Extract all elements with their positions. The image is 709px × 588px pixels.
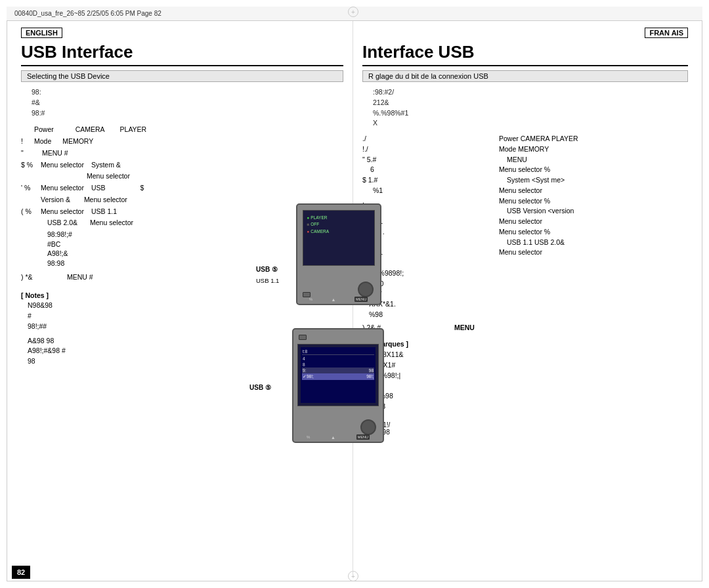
step-power: Power CAMERA PLAYER bbox=[34, 125, 343, 135]
fr-bottom-text: 2%98!;1!/ %&*9898 bbox=[362, 421, 688, 436]
cam1-ctrl-up: ▲ bbox=[332, 297, 336, 302]
body-line-3: 98:# bbox=[32, 108, 343, 119]
fr-r-usb-opts: USB 1.1 USB 2.0& bbox=[507, 238, 688, 248]
fr-notes-body: 2%98X11& *982X1# A#2%98!;| & 1&.%98 %*98 bbox=[369, 350, 688, 412]
step-menu: MENU # bbox=[34, 148, 343, 159]
right-column: FRAN AIS Interface USB R glage du d bit … bbox=[353, 21, 697, 576]
fr-cols: ./ !./ " 5.# 6 $ 1.# %1 . ' 1.# %1 USB> … bbox=[362, 134, 688, 320]
fr-note-1: 2%98X11& bbox=[369, 350, 688, 360]
dollar-sym: $ bbox=[140, 184, 144, 192]
fr-note-4: & bbox=[369, 381, 688, 391]
cam2-item-8: 8 bbox=[302, 362, 374, 368]
step-sys: Menu selector System & bbox=[41, 160, 343, 171]
fr-note-5: 1&.%98 bbox=[369, 391, 688, 402]
menu-sel-4: Menu selector bbox=[41, 207, 84, 215]
cam1-usb-label: USB ⑤ bbox=[256, 266, 278, 273]
fr-step-1: !./ bbox=[362, 144, 494, 155]
fr-step-2: " 5.# bbox=[362, 155, 494, 165]
cam1-off: ■ OFF bbox=[307, 221, 330, 228]
cam1-ctrl-pct: % bbox=[309, 297, 312, 301]
fr-r-sys: Menu selector % bbox=[499, 165, 688, 175]
camera-label: CAMERA bbox=[75, 125, 105, 133]
cam2-ctrl-up: ▲ bbox=[331, 435, 335, 440]
camera-1-screen: ● PLAYER ■ OFF ● CAMERA bbox=[303, 210, 375, 266]
cam1-player: ● PLAYER bbox=[307, 215, 330, 221]
lang-badge-french: FRAN AIS bbox=[645, 28, 688, 38]
sys-amp: System & bbox=[91, 161, 121, 169]
usb-step-label: USB bbox=[91, 184, 106, 192]
menu-hash: MENU # bbox=[42, 149, 68, 157]
body-text-french: :98:#2/ 212& %.%98%#1 X bbox=[362, 87, 688, 129]
cam2-controls: % ▲ MENU bbox=[293, 434, 383, 440]
body-line-1: 98: bbox=[32, 87, 343, 98]
camera-2-lens bbox=[360, 419, 376, 435]
step-row-sys2: Menu selector bbox=[21, 171, 343, 182]
cam2-usb-label: USB ⑤ bbox=[249, 384, 271, 391]
fr-body-3: %.%98%#1 bbox=[373, 108, 688, 119]
camera-2-screen: t:8 4 8 9: 98 ✓98!; 98!; bbox=[297, 344, 379, 406]
fr-body-4: X bbox=[373, 118, 688, 129]
fr-bottom-1: 2%98!;1!/ bbox=[362, 421, 688, 429]
fr-note-3: A#2%98!;| bbox=[369, 371, 688, 381]
cam1-indicators: ● PLAYER ■ OFF ● CAMERA bbox=[307, 215, 330, 235]
power-label: Power bbox=[34, 125, 54, 133]
fr-r-menu: MENU bbox=[507, 155, 688, 165]
fr-bottom-2: %&*9898 bbox=[362, 429, 688, 436]
camera-2-usb-port bbox=[299, 335, 307, 340]
camera-1-lens bbox=[358, 282, 374, 297]
step-num-2: " bbox=[21, 148, 34, 159]
fr-step-3: 6 bbox=[370, 165, 494, 175]
cam2-ctrl-pct: % bbox=[307, 435, 310, 439]
step-usb: Menu selector USB $ bbox=[41, 183, 343, 194]
step-num-6: ) *& bbox=[21, 272, 41, 283]
fr-r-mensel2: Menu selector bbox=[499, 217, 688, 227]
camera-1-body: ● PLAYER ■ OFF ● CAMERA % ▲ MENU bbox=[296, 203, 381, 305]
fr-right-sub: Power CAMERA PLAYER Mode MEMORY MENU Men… bbox=[499, 134, 688, 320]
step-num-3: $ % bbox=[21, 160, 41, 171]
body-text-english: 98: #& 98:# bbox=[21, 87, 343, 118]
section-header-english: Selecting the USB Device bbox=[21, 70, 343, 82]
step-num-blank-2 bbox=[21, 171, 41, 182]
fr-step-slash: ./ bbox=[362, 134, 494, 144]
cam2-item-98: 9: 98 bbox=[302, 368, 374, 373]
fr-r-mensel: Menu selector bbox=[499, 186, 688, 196]
camera-2-container: t:8 4 8 9: 98 ✓98!; 98!; bbox=[276, 328, 400, 450]
crosshair-top bbox=[348, 7, 358, 17]
step-row-usb: ' % Menu selector USB $ bbox=[21, 183, 343, 194]
main-title-french: Interface USB bbox=[362, 42, 688, 66]
main-title-english: USB Interface bbox=[21, 42, 343, 66]
page-number: 82 bbox=[12, 566, 30, 579]
fr-note-6: %*98 bbox=[369, 402, 688, 412]
cam2-check-left: ✓98!; bbox=[303, 374, 314, 379]
usb20-label: USB 2.0& bbox=[47, 219, 77, 226]
step-num-4: ' % bbox=[21, 183, 41, 194]
memory-label: MEMORY bbox=[62, 137, 93, 145]
fr-r-usb11: Menu selector % bbox=[499, 227, 688, 238]
step-mode: Mode MEMORY bbox=[34, 136, 343, 147]
cam2-98-left: 9: bbox=[303, 368, 306, 373]
cam2-ctrl-menu: MENU bbox=[356, 434, 370, 440]
menu-sel-2: Menu selector bbox=[41, 184, 84, 192]
step-row-menu: " MENU # bbox=[21, 148, 343, 159]
fr-body-2: 212& bbox=[373, 98, 688, 108]
step-num-5: ( % bbox=[21, 207, 41, 217]
cam2-98-right: 98 bbox=[369, 368, 374, 373]
cam2-item-4: 4 bbox=[302, 356, 374, 362]
step-num-1: ! bbox=[21, 136, 34, 147]
notes-section-french: [ Remarques ] 2%98X11& *982X1# A#2%98!;|… bbox=[362, 339, 688, 411]
fr-steps: ./ !./ " 5.# 6 $ 1.# %1 . ' 1.# %1 USB> … bbox=[362, 134, 688, 333]
step-row-sys: $ % Menu selector System & bbox=[21, 160, 343, 171]
fr-body-1: :98:#2/ bbox=[373, 87, 688, 98]
cam1-camera: ● CAMERA bbox=[307, 228, 330, 235]
menu-sel-3: Menu selector bbox=[84, 196, 127, 203]
fr-r-mode: Mode MEMORY bbox=[499, 144, 688, 155]
camera-1-container: ● PLAYER ■ OFF ● CAMERA % ▲ MENU USB ⑤ U… bbox=[281, 203, 396, 312]
page-container: 00840D_usa_fre_26~85 2/25/05 6:05 PM Pag… bbox=[0, 0, 709, 588]
lang-badge-english: ENGLISH bbox=[21, 28, 62, 38]
fr-r-sys2: System <Syst me> bbox=[507, 175, 688, 186]
fr-r-ver2: USB Version <version bbox=[507, 206, 688, 217]
cam2-item-checked: ✓98!; 98!; bbox=[302, 373, 374, 380]
usb11-label: USB 1.1 bbox=[91, 207, 117, 215]
fr-note-2: *982X1# bbox=[369, 360, 688, 371]
step-num-blank-4 bbox=[21, 218, 41, 228]
